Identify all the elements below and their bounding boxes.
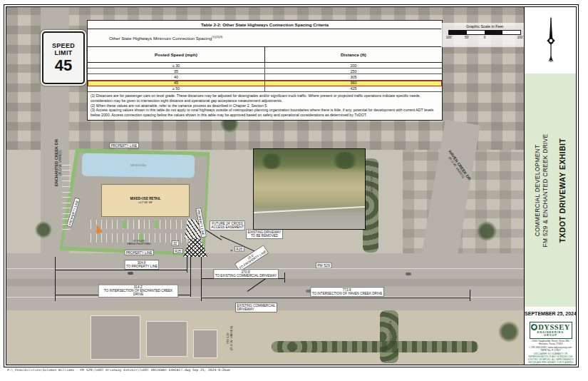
tree xyxy=(498,321,520,342)
cell-speed: 35 xyxy=(88,68,264,73)
project-title: COMMERCIAL DEVELOPMENT FM 529 & ENCHANTE… xyxy=(534,134,550,248)
table-title: Table 2-2: Other State Highways Connecti… xyxy=(88,21,442,29)
radius-label-left: R25' xyxy=(174,249,182,253)
table-subtitle: Other State Highways Minimum Connection … xyxy=(88,29,442,47)
dim-314-label: 314.2' TO INTERSECTION OF ENCHANTED CREE… xyxy=(99,285,178,297)
speed-sign-word2: LIMIT xyxy=(55,49,73,56)
driveway-removed-line2: TO BE REMOVED xyxy=(248,234,282,238)
landscape-island xyxy=(123,220,126,228)
north-arrow-icon xyxy=(542,14,560,68)
aerial-field-bottom xyxy=(6,310,524,365)
exhibit-sheet: DETENTION MIXED-USE RETAIL ±17.5K SF 97 … xyxy=(0,0,588,381)
site-note-line2: PARKS PROPOSED xyxy=(110,243,167,245)
extension-line xyxy=(284,273,285,283)
detention-pond: DETENTION xyxy=(82,153,195,178)
footnote-1: (1) Distances are for passenger cars on … xyxy=(91,93,439,103)
table-row: ≥ 50 425 xyxy=(88,86,442,92)
scale-caption: Graphic Scale in Feet xyxy=(441,23,528,29)
table-row-highlighted: 45 360 xyxy=(88,81,442,86)
enchanted-creek-dr-label: ENCHANTED CREEK DR (R.O.W. VARIES) xyxy=(54,139,62,186)
scale-segment xyxy=(502,31,520,34)
col-header-distance: Distance (ft) xyxy=(264,47,442,62)
firm-logo-box: DYSSEY ENGINEERING GROUP 2500 Tanglewild… xyxy=(525,320,577,365)
firm-logo: DYSSEY ENGINEERING GROUP xyxy=(530,322,572,339)
dim-314-text: TO INTERSECTION OF ENCHANTED CREEK DRIVE xyxy=(100,289,177,297)
speed-limit-sign: SPEED LIMIT 45 xyxy=(42,31,85,84)
scale-segment xyxy=(485,31,502,34)
cell-distance: 425 xyxy=(264,86,442,91)
fm529-road-label: FM 529 xyxy=(316,263,331,268)
radius-label-right: R25' xyxy=(235,247,244,251)
future-easement-line2: ACCESS EASEMENT xyxy=(211,225,243,229)
aerial-building xyxy=(146,321,187,357)
cell-distance: 200 xyxy=(264,63,442,68)
cell-distance: 250 xyxy=(264,68,442,73)
existing-commercial-line2: DRIVEWAY xyxy=(237,308,276,311)
inset-site-photo xyxy=(253,148,366,230)
extension-line xyxy=(55,257,56,301)
aerial-building xyxy=(193,330,217,358)
footnote-3: (3) Access spacing values shown in this … xyxy=(91,108,439,118)
extension-line xyxy=(201,257,202,301)
pond-label: DETENTION xyxy=(130,164,146,167)
spacing-criteria-table: Table 2-2: Other State Highways Connecti… xyxy=(87,20,443,121)
col-header-speed: Posted Speed (mph) xyxy=(88,47,264,62)
aerial-road-median xyxy=(6,279,524,286)
drawing-file-path: P:\_Feasibilities\Solomon Williams - FM … xyxy=(7,368,230,372)
scale-label: 50' xyxy=(465,36,469,39)
aerial-tree-row xyxy=(272,341,478,352)
scale-label: 100' xyxy=(446,36,453,39)
cell-speed: 45 xyxy=(88,81,264,86)
site-note: 97 (9'x18') PARKS PROPOSED xyxy=(110,240,167,246)
dim-line-773 xyxy=(201,298,470,298)
scale-bar xyxy=(448,30,521,35)
dim-270-label: 270.9' TO EXISTING COMMERCIAL DRIVEWAY xyxy=(214,270,278,278)
north-arrow-box xyxy=(525,7,577,74)
sheet-title: TXDOT DRIVEWAY EXHIBIT xyxy=(558,138,567,243)
footnote-2: (2) When these values are not attainable… xyxy=(91,103,439,108)
dim-773-text: TO INTERSECTION OF HAVEN CREEK DRIVE xyxy=(312,292,383,295)
speed-sign-word1: SPEED xyxy=(52,42,75,49)
table-footnotes: (1) Distances are for passenger cars on … xyxy=(88,92,442,120)
scale-segment xyxy=(467,31,485,34)
aerial-vehicle xyxy=(406,273,411,275)
existing-commercial-driveway-label: EXISTING COMMERCIAL DRIVEWAY xyxy=(236,303,277,312)
property-line-label-bottom: PROPERTY LINE xyxy=(125,250,153,255)
date-box: SEPTEMBER 25, 2024 xyxy=(525,307,577,320)
cell-distance: 305 xyxy=(264,74,442,79)
project-title-line2: FM 529 & ENCHANTED CREEK DRIVE xyxy=(542,134,550,248)
enchanted-line2: (R.O.W. VARIES) xyxy=(58,139,62,186)
cell-distance: 360 xyxy=(264,81,442,86)
dinner-creek-label-upper: DINNER CREEK xyxy=(370,170,373,193)
title-block-panel: COMMERCIAL DEVELOPMENT FM 529 & ENCHANTE… xyxy=(524,7,577,365)
photo-tree xyxy=(331,152,359,169)
table-row: 35 250 xyxy=(88,68,442,74)
building-label-line2: ±17.5K SF xyxy=(138,200,153,204)
odyssey-o-mark-icon xyxy=(531,324,537,330)
photo-road-stripe xyxy=(254,206,365,213)
dim-304-label: 304.6' TO PROPERTY LINE xyxy=(125,260,158,269)
table-subtitle-text: Other State Highways Minimum Connection … xyxy=(109,36,212,41)
tree xyxy=(477,221,497,241)
property-line-label-top: PROPERTY LINE xyxy=(110,143,138,148)
cell-speed: ≤ 30 xyxy=(88,63,264,68)
aerial-building xyxy=(91,315,140,360)
photo-tree xyxy=(259,153,284,169)
scale-labels: 100' 50' 0 100' xyxy=(449,36,520,40)
dim-line-304 xyxy=(55,270,187,270)
project-title-line1: COMMERCIAL DEVELOPMENT xyxy=(534,134,542,248)
dim-line-270 xyxy=(201,278,284,279)
graphic-scale: Graphic Scale in Feet 100' 50' 0 100' xyxy=(441,23,528,47)
firm-name-text: DYSSEY xyxy=(538,323,569,331)
future-easement-label: FUTURE 24' CROSS ACCESS EASEMENT xyxy=(210,221,244,230)
scale-label: 100' xyxy=(517,36,524,39)
parking-row xyxy=(91,220,197,229)
title-strip: COMMERCIAL DEVELOPMENT FM 529 & ENCHANTE… xyxy=(525,73,577,308)
dinner-creek-label-lower: DINNER CREEK xyxy=(388,320,392,344)
aerial-vehicle xyxy=(128,272,133,275)
radius-x-mark: × xyxy=(230,248,233,253)
proposed-building: MIXED-USE RETAIL ±17.5K SF xyxy=(101,184,190,217)
table-row: 40 305 xyxy=(88,74,442,80)
cell-speed: ≥ 50 xyxy=(88,86,264,91)
drawing-frame: DETENTION MIXED-USE RETAIL ±17.5K SF 97 … xyxy=(6,6,577,365)
